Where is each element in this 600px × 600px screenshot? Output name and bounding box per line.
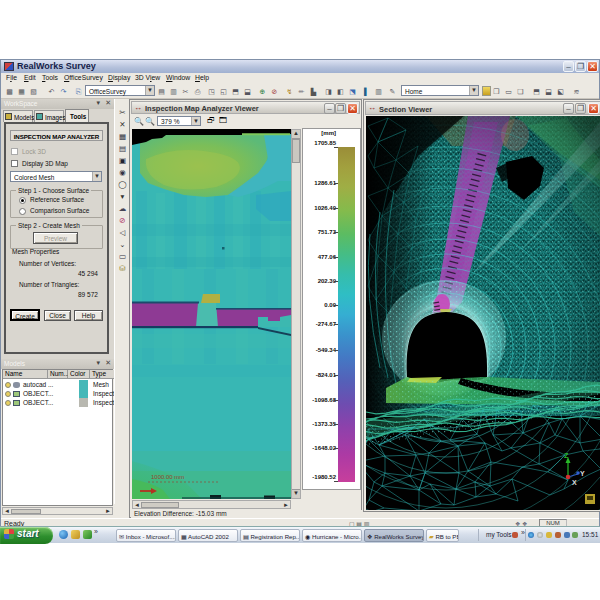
svg-text:1000.00 mm: 1000.00 mm <box>151 474 184 480</box>
svg-text:X: X <box>572 479 577 486</box>
svg-text:Z: Z <box>564 452 569 459</box>
svg-text:Y: Y <box>580 470 585 477</box>
